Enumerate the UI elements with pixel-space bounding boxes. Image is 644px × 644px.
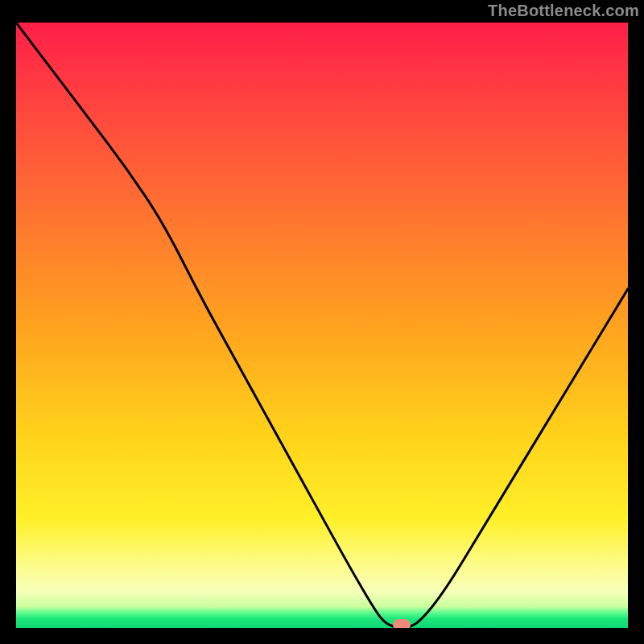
optimum-marker <box>393 619 411 628</box>
watermark-text: TheBottleneck.com <box>488 2 639 20</box>
bottleneck-curve <box>16 23 628 628</box>
plot-area <box>16 23 628 628</box>
chart-frame: TheBottleneck.com <box>0 0 644 644</box>
